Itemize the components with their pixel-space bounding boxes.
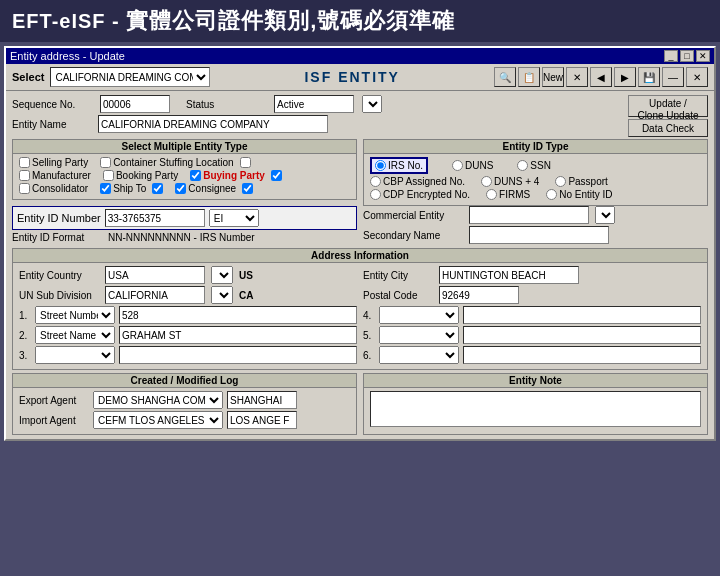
postal-label: Postal Code [363, 290, 433, 301]
street-type-2[interactable]: Street Name [35, 326, 115, 344]
toolbar: Select CALIFORNIA DREAMING COMPANY ISF E… [6, 64, 714, 91]
address-left: Entity Country US UN Sub Division CA [19, 266, 357, 306]
no-entity-radio[interactable] [546, 189, 557, 200]
close-icon-btn[interactable]: ✕ [686, 67, 708, 87]
seq-input[interactable] [100, 95, 170, 113]
import-agent-location[interactable] [227, 411, 297, 429]
booking-party-check[interactable] [103, 170, 114, 181]
subdivision-input[interactable] [105, 286, 205, 304]
no-entity-label: No Entity ID [559, 189, 612, 200]
title-en: EFT-eISF - [12, 10, 126, 32]
entity-id-number-input[interactable] [105, 209, 205, 227]
manufacturer-label: Manufacturer [32, 170, 91, 181]
prev-button[interactable]: ◀ [590, 67, 612, 87]
consolidator-check[interactable] [19, 183, 30, 194]
country-select[interactable] [211, 266, 233, 284]
commercial-entity-select[interactable] [595, 206, 615, 224]
entity-id-number-label: Entity ID Number [17, 212, 101, 224]
consolidator-label: Consolidator [32, 183, 88, 194]
commercial-entity-input[interactable] [469, 206, 589, 224]
left-form: Sequence No. Status Entity Name [12, 95, 622, 135]
toolbar-icons: 🔍 📋 New ✕ ◀ ▶ 💾 — ✕ [494, 67, 708, 87]
entity-name-input[interactable] [98, 115, 328, 133]
firms-radio[interactable] [486, 189, 497, 200]
seq-status-row: Sequence No. Status [12, 95, 622, 113]
export-agent-select[interactable]: DEMO SHANGHA COMPANY [93, 391, 223, 409]
select-entity-header: Select Multiple Entity Type [13, 140, 356, 154]
entity-name-row: Entity Name [12, 115, 622, 133]
street-type-4[interactable] [379, 306, 459, 324]
entity-id-type-header: Entity ID Type [364, 140, 707, 154]
delete-button[interactable]: ✕ [566, 67, 588, 87]
subdivision-select[interactable] [211, 286, 233, 304]
subdivision-code: CA [239, 290, 253, 301]
ssn-radio[interactable] [517, 160, 528, 171]
street-type-6[interactable] [379, 346, 459, 364]
street-type-5[interactable] [379, 326, 459, 344]
selling-party-check[interactable] [19, 157, 30, 168]
ship-to-check2[interactable] [152, 183, 163, 194]
update-clone-button[interactable]: Update / Clone Update [628, 95, 708, 117]
street-type-3[interactable] [35, 346, 115, 364]
entity-check-row-2: Manufacturer Booking Party Buying Party [19, 170, 350, 181]
street-lines: 1. Street Number 2. Street Name 3. [19, 306, 701, 366]
ship-to-check[interactable] [100, 183, 111, 194]
booking-party-label: Booking Party [116, 170, 178, 181]
city-input[interactable] [439, 266, 579, 284]
duns-radio[interactable] [452, 160, 463, 171]
cbp-assigned-label: CBP Assigned No. [383, 176, 465, 187]
consignee-check2[interactable] [242, 183, 253, 194]
seq-label: Sequence No. [12, 99, 92, 110]
radio-row-1: IRS No. DUNS SSN [370, 157, 701, 174]
entity-id-type-select[interactable]: EI [209, 209, 259, 227]
data-check-button[interactable]: Data Check [628, 119, 708, 137]
duns-item: DUNS [452, 160, 493, 171]
entity-check-row-3: Consolidator Ship To Consignee [19, 183, 350, 194]
consignee-check[interactable] [175, 183, 186, 194]
postal-input[interactable] [439, 286, 519, 304]
search-icon-btn[interactable]: 🔍 [494, 67, 516, 87]
buying-party-check[interactable] [190, 170, 201, 181]
import-agent-label: Import Agent [19, 415, 89, 426]
next-button[interactable]: ▶ [614, 67, 636, 87]
id-number-section: Entity ID Number EI Entity ID Format NN-… [12, 206, 708, 246]
minimize-button[interactable]: _ [664, 50, 678, 62]
country-input[interactable] [105, 266, 205, 284]
import-agent-select[interactable]: CEFM TLOS ANGELES COMPA [93, 411, 223, 429]
status-select[interactable] [362, 95, 382, 113]
passport-radio[interactable] [555, 176, 566, 187]
consignee-item: Consignee [175, 183, 253, 194]
irs-no-radio[interactable] [375, 160, 386, 171]
cbp-assigned-radio[interactable] [370, 176, 381, 187]
content-area: Sequence No. Status Entity Name Update /… [6, 91, 714, 439]
copy-icon-btn[interactable]: 📋 [518, 67, 540, 87]
duns4-radio[interactable] [481, 176, 492, 187]
street-value-5[interactable] [463, 326, 701, 344]
container-stuffing-check[interactable] [100, 157, 111, 168]
street-value-6[interactable] [463, 346, 701, 364]
maximize-button[interactable]: □ [680, 50, 694, 62]
close-button[interactable]: ✕ [696, 50, 710, 62]
buying-party-check2[interactable] [271, 170, 282, 181]
address-panel: Address Information Entity Country US UN… [12, 248, 708, 370]
street-value-2[interactable] [119, 326, 357, 344]
cdp-encrypted-radio[interactable] [370, 189, 381, 200]
status-input[interactable] [274, 95, 354, 113]
manufacturer-check[interactable] [19, 170, 30, 181]
street-value-4[interactable] [463, 306, 701, 324]
note-textarea[interactable] [370, 391, 701, 427]
secondary-name-input[interactable] [469, 226, 609, 244]
export-agent-location[interactable] [227, 391, 297, 409]
minimize-icon-btn[interactable]: — [662, 67, 684, 87]
street-value-1[interactable] [119, 306, 357, 324]
country-label: Entity Country [19, 270, 99, 281]
save-button[interactable]: 💾 [638, 67, 660, 87]
street-type-1[interactable]: Street Number [35, 306, 115, 324]
entity-select[interactable]: CALIFORNIA DREAMING COMPANY [50, 67, 210, 87]
street-value-3[interactable] [119, 346, 357, 364]
passport-label: Passport [568, 176, 607, 187]
secondary-name-row: Secondary Name [363, 226, 708, 244]
new-button[interactable]: New [542, 67, 564, 87]
container-stuffing-check2[interactable] [240, 157, 251, 168]
radio-row-2: CBP Assigned No. DUNS + 4 Passport [370, 176, 701, 187]
